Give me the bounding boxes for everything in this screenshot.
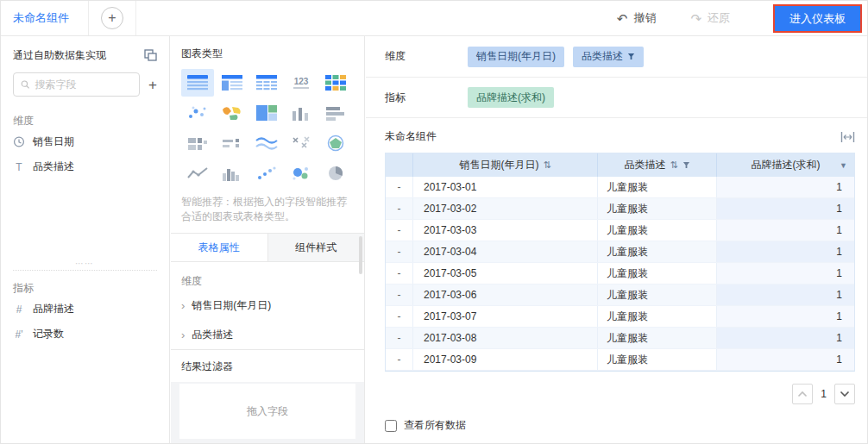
fit-width-icon[interactable] xyxy=(840,131,855,143)
row-collapse-toggle[interactable]: - xyxy=(386,177,413,197)
panel-dim-label: 销售日期(年月日) xyxy=(192,298,271,313)
cell-value: 1 xyxy=(717,241,854,262)
heat-table-chart-icon xyxy=(324,74,347,91)
component-tab[interactable]: 未命名组件 xyxy=(1,1,89,35)
chart-panel-scrollbar[interactable] xyxy=(359,236,362,274)
cell-category: 儿童服装 xyxy=(598,349,717,370)
add-field-button[interactable]: + xyxy=(148,78,157,92)
measure-shelf-label: 指标 xyxy=(385,91,468,105)
chart-type-title: 图表类型 xyxy=(181,47,354,61)
caret-down-icon[interactable]: ▼ xyxy=(840,161,847,170)
filter-drop-zone[interactable]: 拖入字段 xyxy=(179,384,355,439)
field-item-category-desc[interactable]: T 品类描述 xyxy=(13,155,157,178)
undo-button[interactable]: ↶ 撤销 xyxy=(617,10,657,26)
chart-type-line-button[interactable] xyxy=(181,159,214,187)
top-bar: 未命名组件 + ↶ 撤销 ↷ 还原 进入仪表板 xyxy=(1,1,867,36)
view-all-checkbox[interactable] xyxy=(385,420,397,432)
chart-type-bar-button[interactable] xyxy=(319,99,352,127)
dataset-label: 通过自助数据集实现 xyxy=(13,48,106,63)
row-collapse-toggle[interactable]: - xyxy=(386,285,413,305)
chart-type-scatter-button[interactable] xyxy=(181,99,214,127)
row-collapse-toggle[interactable]: - xyxy=(386,241,413,262)
page-down-button[interactable] xyxy=(834,384,855,404)
tab-table-properties[interactable]: 表格属性 xyxy=(171,234,267,261)
chart-type-pie-button[interactable] xyxy=(319,159,352,187)
chart-type-histogram-button[interactable] xyxy=(216,159,248,187)
chart-type-bubble-button[interactable] xyxy=(285,159,318,187)
chart-type-grid-table-button[interactable] xyxy=(250,69,283,97)
highlight-annotation-box: 进入仪表板 xyxy=(773,4,862,33)
cell-category: 儿童服装 xyxy=(598,263,717,284)
sort-icon[interactable]: ⇅ xyxy=(670,159,677,171)
cell-value: 1 xyxy=(717,198,854,219)
add-component-button[interactable]: + xyxy=(101,7,123,29)
kpi-123-icon: 123 xyxy=(293,77,310,89)
panel-dim-label: 品类描述 xyxy=(192,328,233,342)
chart-type-section: 图表类型 xyxy=(171,36,364,224)
row-collapse-toggle[interactable]: - xyxy=(386,263,413,284)
redo-button[interactable]: ↷ 还原 xyxy=(690,10,730,26)
field-item-brand-desc[interactable]: # 品牌描述 xyxy=(13,297,157,321)
panel-dim-sale-date[interactable]: › 销售日期(年月日) xyxy=(171,291,364,320)
add-tab-area: + xyxy=(89,1,136,35)
chart-type-scatter-x-button[interactable] xyxy=(285,129,318,157)
chart-type-crosstab-button[interactable] xyxy=(216,69,248,97)
cell-date: 2017-03-06 xyxy=(413,285,598,305)
field-item-record-count[interactable]: #' 记录数 xyxy=(13,322,157,346)
top-bar-actions: ↶ 撤销 ↷ 还原 进入仪表板 xyxy=(617,4,867,33)
cell-category: 儿童服装 xyxy=(598,220,717,241)
chart-type-bullet-button[interactable] xyxy=(216,129,248,157)
panel-split-divider[interactable]: ⋯⋯ xyxy=(13,270,157,271)
column-header-date-label: 销售日期(年月日) xyxy=(459,158,538,172)
row-collapse-toggle[interactable]: - xyxy=(386,328,413,348)
chart-type-stacked-button[interactable] xyxy=(181,129,214,157)
bullet-chart-icon xyxy=(221,134,243,152)
dot-plot-chart-icon xyxy=(255,165,278,182)
column-header-date[interactable]: 销售日期(年月日) ⇅ xyxy=(413,153,598,177)
page-up-button[interactable] xyxy=(792,384,813,404)
cell-value: 1 xyxy=(717,220,854,241)
chart-type-treemap-button[interactable] xyxy=(250,99,283,127)
map-chart-icon xyxy=(221,104,243,122)
cell-date: 2017-03-04 xyxy=(413,241,598,262)
tab-component-style[interactable]: 组件样式 xyxy=(267,234,365,261)
chart-type-heat-table-button[interactable] xyxy=(319,69,352,97)
chart-type-stream-button[interactable] xyxy=(250,129,283,157)
measure-shelf: 指标 品牌描述(求和) xyxy=(366,78,867,118)
cell-category: 儿童服装 xyxy=(598,285,717,305)
pill-sale-date[interactable]: 销售日期(年月日) xyxy=(468,47,564,67)
divider-drag-handle[interactable]: ⋯⋯ xyxy=(75,259,94,268)
bi-chart-editor-window: 未命名组件 + ↶ 撤销 ↷ 还原 进入仪表板 通过自助数据集实现 xyxy=(0,0,868,444)
search-input[interactable] xyxy=(35,78,132,91)
row-collapse-toggle[interactable]: - xyxy=(386,349,413,370)
sort-icon[interactable]: ⇅ xyxy=(543,159,550,171)
enter-dashboard-button[interactable]: 进入仪表板 xyxy=(775,6,860,31)
pill-category[interactable]: 品类描述 xyxy=(573,47,644,67)
view-all-data-option[interactable]: 查看所有数据 xyxy=(385,418,867,433)
field-item-sale-date[interactable]: 销售日期 xyxy=(13,130,157,153)
row-collapse-toggle[interactable]: - xyxy=(386,198,413,219)
switch-dataset-icon[interactable] xyxy=(144,49,157,61)
panel-dim-category[interactable]: › 品类描述 xyxy=(171,320,364,349)
chart-type-dot-plot-button[interactable] xyxy=(250,159,283,187)
chart-type-grid: 123 xyxy=(181,69,354,187)
pill-brand-sum[interactable]: 品牌描述(求和) xyxy=(468,87,554,108)
row-collapse-toggle[interactable]: - xyxy=(386,220,413,241)
column-header-category[interactable]: 品类描述 ⇅ xyxy=(598,153,717,177)
chevron-down-icon xyxy=(840,391,850,397)
row-collapse-toggle[interactable]: - xyxy=(386,306,413,327)
crosstab-chart-icon xyxy=(221,74,243,91)
property-tabs: 表格属性 组件样式 xyxy=(171,233,364,262)
column-header-value[interactable]: 品牌描述(求和) ▼ xyxy=(717,153,854,177)
result-filter-section: 拖入字段 xyxy=(171,382,364,444)
chart-type-radar-button[interactable] xyxy=(319,129,352,157)
pill-category-label: 品类描述 xyxy=(582,49,623,64)
dimension-shelf-label: 维度 xyxy=(385,49,468,64)
chart-type-map-button[interactable] xyxy=(216,99,248,127)
chart-type-kpi-button[interactable]: 123 xyxy=(285,69,318,97)
measures-section-title: 指标 xyxy=(13,281,157,296)
chart-type-table-button[interactable] xyxy=(181,69,214,97)
filter-funnel-icon[interactable] xyxy=(682,161,690,169)
cell-category: 儿童服装 xyxy=(598,328,717,348)
chart-type-column-button[interactable] xyxy=(285,99,318,127)
